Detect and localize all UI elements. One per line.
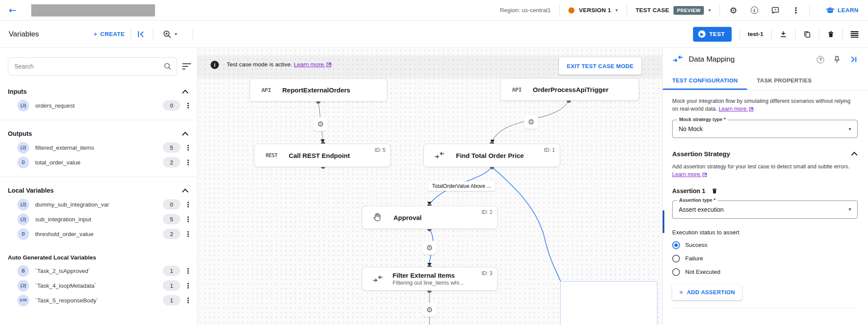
chevron-up-icon[interactable] [182,189,188,193]
edge-settings-gear-icon[interactable]: ⚙ [524,115,538,129]
delete-icon[interactable] [827,30,835,38]
radio-button[interactable] [672,268,680,276]
more-vertical-icon[interactable]: ⋮ [185,267,191,275]
edge-settings-gear-icon[interactable]: ⚙ [314,117,327,131]
back-icon[interactable]: ← [9,5,17,16]
divider [795,28,795,40]
variable-name: sub_integration_input [35,216,91,223]
variable-row[interactable]: {J} dummy_sub_integration_var 0 ⋮ [0,197,197,212]
node-order-process-api-trigger[interactable]: API OrderProcessApiTrigger [500,78,639,101]
chevron-down-icon: ▾ [175,31,177,37]
exit-test-case-mode-button[interactable]: EXIT TEST CASE MODE [559,57,641,75]
count-badge: 2 [163,157,180,167]
section-title-auto-generated: Auto Generated Local Variables [8,254,188,261]
hand-approval-icon [373,213,382,222]
more-vertical-icon[interactable]: ⋮ [185,296,191,305]
node-id-label: ID: 2 [482,209,492,215]
node-title: OrderProcessApiTrigger [533,86,608,93]
test-case-name[interactable]: test-1 [748,31,763,37]
learn-link[interactable]: LEARN [825,7,858,14]
plus-icon: + [93,30,98,39]
chevron-up-icon[interactable] [182,132,188,136]
more-vertical-icon[interactable]: ⋮ [185,200,191,209]
radio-button[interactable] [672,241,680,249]
more-vertical-icon[interactable]: ⋮ [185,282,191,290]
boolean-type-icon: B [17,265,29,277]
add-assertion-button[interactable]: + ADD ASSERTION [672,285,742,300]
test-case-selector[interactable]: TEST CASE PREVIEW ▾ [636,6,711,15]
plus-icon: + [679,289,683,296]
more-vertical-icon[interactable]: ⋮ [185,102,191,110]
variable-row[interactable]: D total_order_value 2 ⋮ [0,155,197,170]
search-input[interactable] [14,63,164,70]
variable-row[interactable]: {J} filtered_external_items 5 ⋮ [0,140,197,155]
selected-node-outline[interactable] [560,281,657,325]
collapse-panel-icon[interactable] [850,56,858,63]
help-icon[interactable]: ? [817,56,824,63]
chevron-up-icon[interactable] [851,152,858,156]
learn-more-link[interactable]: Learn more. [719,106,748,112]
info-icon[interactable]: i [749,6,759,15]
chevron-down-icon: ▾ [615,7,618,13]
edge-settings-gear-icon[interactable]: ⚙ [422,303,436,317]
settings-gear-icon[interactable]: ⚙ [729,6,738,15]
chevron-up-icon[interactable] [182,90,188,94]
copy-icon[interactable] [803,30,811,38]
variable-row[interactable]: B `Task_2_isApproved` 1 ⋮ [0,263,197,278]
node-find-total-order-price[interactable]: Find Total Order Price ID: 1 [423,144,560,167]
node-approval[interactable]: Approval ID: 2 [362,206,498,229]
radio-button[interactable] [672,255,680,263]
node-report-external-orders[interactable]: API ReportExternalOrders [250,79,387,102]
learn-more-link[interactable]: Learn more. [294,61,326,68]
more-vertical-icon[interactable]: ⋮ [185,230,191,238]
section-title-outputs: Outputs [8,130,32,137]
json-type-icon: {J} [17,142,29,154]
add-assertion-label: ADD ASSERTION [687,289,735,295]
more-vertical-icon[interactable]: ⋮ [185,215,191,223]
variable-row[interactable]: {J} orders_request 0 ⋮ [0,98,197,113]
sort-icon[interactable] [182,63,191,70]
variable-row[interactable]: {J} `Task_4_loopMetadata` 1 ⋮ [0,278,197,293]
radio-failure[interactable]: Failure [672,255,858,263]
tab-task-properties[interactable]: TASK PROPERTIES [747,71,821,90]
collapse-sidebar-icon[interactable] [137,30,146,38]
edge-condition-label[interactable]: TotalOrderValue Above ... [428,181,495,191]
edge-settings-gear-icon[interactable]: ⚙ [422,241,436,255]
divider [153,28,153,40]
radio-not-executed[interactable]: Not Executed [672,268,858,276]
variable-row[interactable]: STR `Task_5_responseBody` 1 ⋮ [0,293,197,308]
assertion-type-label: Assertion type * [677,197,718,203]
variable-row[interactable]: D threshold_order_value 2 ⋮ [0,227,197,241]
download-icon[interactable] [779,30,787,38]
search-icon [164,62,172,70]
section-title-inputs: Inputs [8,88,27,95]
more-vertical-icon[interactable]: ⋮ [791,6,801,15]
create-label: CREATE [100,31,125,37]
mock-strategy-select[interactable]: Mock strategy type * No Mock ▾ [672,120,858,138]
learn-more-link[interactable]: Learn more. [672,171,701,177]
list-menu-icon[interactable] [851,31,858,38]
zoom-control[interactable]: ▾ [163,30,177,39]
assertion-type-select[interactable]: Assertion type * Assert execution ▾ [672,200,858,219]
create-variable-button[interactable]: + CREATE [93,30,125,39]
pin-icon[interactable] [834,56,840,64]
variable-name: dummy_sub_integration_var [35,201,109,208]
version-selector[interactable]: VERSION 1 ▾ [568,7,617,13]
data-mapping-icon [434,151,445,159]
delete-assertion-icon[interactable] [711,187,718,194]
radio-success[interactable]: Success [672,241,858,249]
tab-test-configuration[interactable]: TEST CONFIGURATION [663,71,747,90]
flow-canvas[interactable]: i Test case mode is active. Learn more. … [198,48,662,325]
count-badge: 5 [163,214,180,224]
test-button[interactable]: ▶ TEST [693,27,732,42]
node-filter-external-items[interactable]: Filter External Items Filtering out line… [362,267,498,291]
feedback-icon[interactable] [770,6,780,15]
more-vertical-icon[interactable]: ⋮ [185,144,191,152]
variable-name: filtered_external_items [35,144,94,151]
more-vertical-icon[interactable]: ⋮ [185,158,191,167]
node-call-rest-endpoint[interactable]: REST Call REST Endpoint ID: 5 [254,144,391,167]
divider [771,28,772,40]
variable-name: orders_request [35,102,75,109]
variable-row[interactable]: {J} sub_integration_input 5 ⋮ [0,212,197,227]
node-title: Call REST Endpoint [289,152,350,159]
